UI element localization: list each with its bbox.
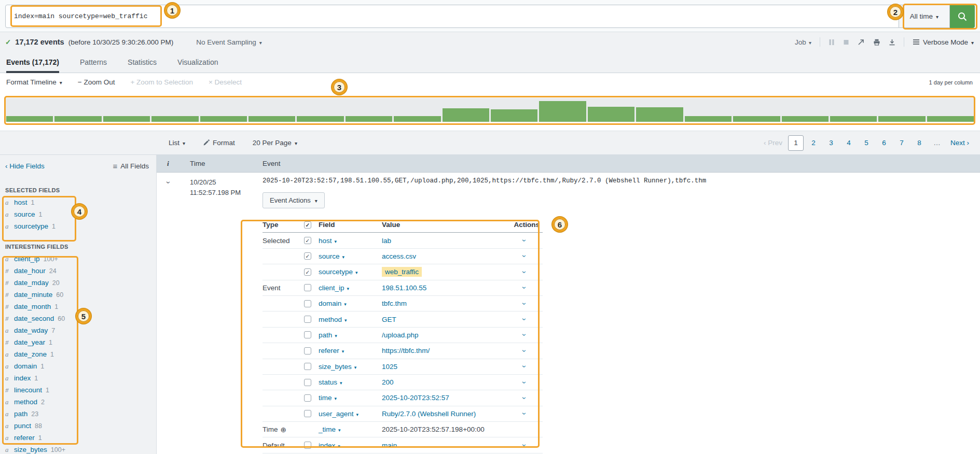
field-actions-chevron[interactable] [520, 365, 529, 368]
field-list-item[interactable]: a referer 1 [0, 432, 156, 444]
pagination-item[interactable]: 1 [788, 135, 804, 151]
field-list-item[interactable]: a path 23 [0, 408, 156, 420]
histogram-bar[interactable] [685, 116, 731, 122]
histogram-bar[interactable] [103, 116, 150, 122]
histogram-bar[interactable] [443, 108, 489, 122]
pagination-item[interactable]: 4 [841, 135, 857, 151]
field-actions-chevron[interactable] [520, 271, 529, 274]
all-fields-button[interactable]: All Fields [113, 162, 149, 171]
field-name-link[interactable]: client_ip [319, 284, 382, 292]
event-actions-button[interactable]: Event Actions [263, 192, 325, 208]
field-select-checkbox[interactable] [304, 237, 311, 244]
histogram-bar[interactable] [636, 107, 683, 122]
pagination-item[interactable]: ‹ Prev [760, 135, 786, 151]
pagination-item[interactable]: 8 [912, 135, 927, 151]
pagination-item[interactable]: 3 [823, 135, 839, 151]
print-button[interactable] [873, 39, 880, 46]
field-actions-chevron[interactable] [520, 302, 529, 305]
field-name-link[interactable]: status [319, 378, 382, 386]
pagination-item[interactable]: … [929, 135, 945, 151]
field-list-item[interactable]: # date_year 1 [0, 336, 156, 348]
tab[interactable]: Visualization [177, 52, 218, 73]
field-actions-chevron[interactable] [520, 381, 529, 384]
field-list-item[interactable]: # date_month 1 [0, 301, 156, 313]
search-mode-selector[interactable]: Verbose Mode [913, 38, 974, 46]
field-list-item[interactable]: a sourcetype 1 [0, 220, 156, 232]
field-name-link[interactable]: time [319, 394, 382, 402]
histogram-bar[interactable] [394, 116, 440, 122]
field-name-link[interactable]: domain [319, 300, 382, 307]
field-name-link[interactable]: method [319, 316, 382, 323]
field-select-checkbox[interactable] [304, 442, 311, 449]
histogram-bar[interactable] [151, 116, 198, 122]
field-value-link[interactable]: /upload.php [382, 331, 419, 339]
field-list-item[interactable]: # linecount 1 [0, 384, 156, 396]
field-value-link[interactable]: 1025 [382, 363, 397, 371]
field-value-link[interactable]: lab [382, 237, 391, 245]
field-value-link[interactable]: tbfc.thm [382, 300, 407, 307]
histogram-bar[interactable] [200, 116, 247, 122]
field-list-item[interactable]: a date_zone 1 [0, 348, 156, 360]
pagination-item[interactable]: 2 [806, 135, 821, 151]
field-actions-chevron[interactable] [520, 287, 529, 289]
field-select-checkbox[interactable] [304, 379, 311, 386]
tab[interactable]: Patterns [80, 52, 107, 73]
pagination-item[interactable]: 7 [894, 135, 909, 151]
field-actions-chevron[interactable] [520, 239, 529, 242]
field-actions-chevron[interactable] [520, 318, 529, 321]
job-menu-button[interactable]: Job [795, 38, 811, 46]
field-actions-chevron[interactable] [520, 334, 529, 336]
field-name-link[interactable]: size_bytes [319, 363, 382, 371]
field-select-checkbox[interactable] [304, 331, 311, 338]
field-value-link[interactable]: https://tbfc.thm/ [382, 347, 430, 354]
field-name-link[interactable]: path [319, 331, 382, 339]
field-name-link[interactable]: user_agent [319, 410, 382, 418]
format-timeline-dropdown[interactable]: Format Timeline [6, 78, 62, 86]
field-value-link[interactable]: 200 [382, 378, 394, 386]
field-list-item[interactable]: a domain 1 [0, 360, 156, 372]
field-list-item[interactable]: a punct 88 [0, 420, 156, 432]
pagination-item[interactable]: 5 [859, 135, 874, 151]
histogram-bar[interactable] [346, 116, 392, 122]
field-actions-chevron[interactable] [520, 255, 529, 258]
field-actions-chevron[interactable] [520, 349, 529, 352]
tab[interactable]: Statistics [128, 52, 157, 73]
field-select-checkbox[interactable] [304, 252, 311, 260]
field-select-checkbox[interactable] [304, 284, 311, 291]
search-input[interactable]: index=main sourcetype=web_traffic [5, 5, 899, 28]
event-sampling-dropdown[interactable]: No Event Sampling [196, 38, 262, 46]
field-actions-chevron[interactable] [520, 413, 529, 415]
list-view-dropdown[interactable]: List [169, 139, 185, 147]
select-all-fields-checkbox[interactable] [304, 221, 311, 229]
histogram-bar[interactable] [54, 116, 101, 122]
histogram-bar[interactable] [782, 116, 829, 122]
field-actions-chevron[interactable] [520, 444, 529, 447]
share-job-button[interactable] [858, 39, 865, 46]
field-select-checkbox[interactable] [304, 363, 311, 370]
field-list-item[interactable]: a size_bytes 100+ [0, 444, 156, 454]
field-list-item[interactable]: # date_minute 60 [0, 289, 156, 301]
time-range-picker[interactable]: All time [899, 5, 950, 28]
collapse-event-chevron[interactable] [164, 181, 172, 184]
histogram-bar[interactable] [491, 109, 537, 122]
field-list-item[interactable]: a source 1 [0, 208, 156, 220]
field-select-checkbox[interactable] [304, 268, 311, 276]
histogram-bar[interactable] [878, 116, 925, 122]
histogram-bar[interactable] [927, 116, 974, 122]
tab[interactable]: Events (17,172) [6, 52, 59, 73]
pagination-item[interactable]: 6 [876, 135, 892, 151]
field-list-item[interactable]: # date_second 60 [0, 313, 156, 324]
field-value-link[interactable]: access.csv [382, 252, 416, 260]
field-name-link[interactable]: referer [319, 347, 382, 354]
field-value-link[interactable]: Ruby/2.7.0 (Webshell Runner) [382, 410, 476, 418]
field-value-link[interactable]: 198.51.100.55 [382, 284, 426, 292]
field-list-item[interactable]: a method 2 [0, 396, 156, 408]
field-name-link[interactable]: host [319, 237, 382, 245]
field-name-link[interactable]: _time [319, 425, 382, 433]
field-value-link[interactable]: GET [382, 316, 396, 323]
per-page-dropdown[interactable]: 20 Per Page [253, 139, 297, 147]
field-select-checkbox[interactable] [304, 394, 311, 402]
pagination-item[interactable]: Next › [947, 135, 973, 151]
export-button[interactable] [889, 39, 895, 46]
field-name-link[interactable]: source [319, 252, 382, 260]
